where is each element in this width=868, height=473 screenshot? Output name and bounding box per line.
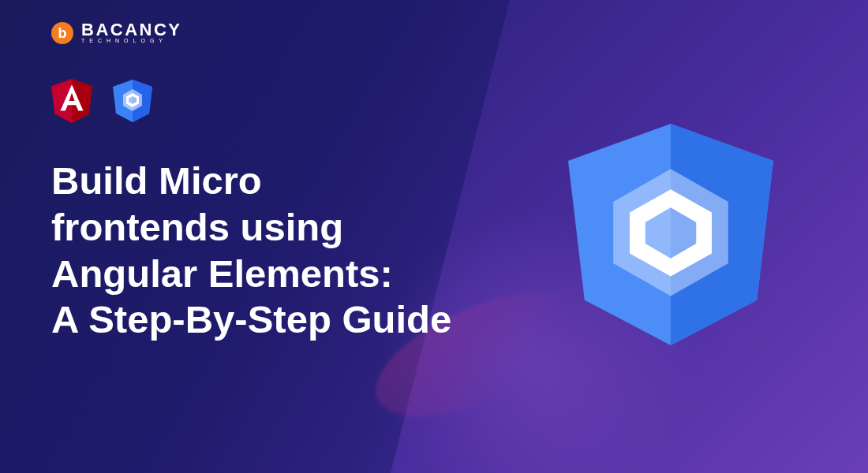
- angular-icon: [51, 79, 92, 123]
- angular-elements-icon: [113, 80, 152, 122]
- brand-subtitle: TECHNOLOGY: [81, 39, 182, 44]
- headline-line-4: A Step-By-Step Guide: [51, 298, 451, 341]
- brand-logo: b BACANCY TECHNOLOGY: [51, 22, 182, 44]
- headline-line-3: Angular Elements:: [51, 252, 393, 295]
- hero-banner: b BACANCY TECHNOLOGY Build Micro fronten…: [0, 0, 868, 473]
- tech-icons-row: [51, 79, 152, 123]
- brand-name: BACANCY: [81, 22, 182, 39]
- brand-logo-text: BACANCY TECHNOLOGY: [81, 22, 182, 44]
- page-title: Build Micro frontends using Angular Elem…: [51, 158, 451, 343]
- brand-logo-mark: b: [51, 22, 73, 44]
- headline-line-1: Build Micro: [51, 159, 262, 202]
- brand-logo-letter: b: [58, 25, 67, 42]
- headline-line-2: frontends using: [51, 206, 343, 248]
- angular-elements-hero-icon: [568, 122, 773, 347]
